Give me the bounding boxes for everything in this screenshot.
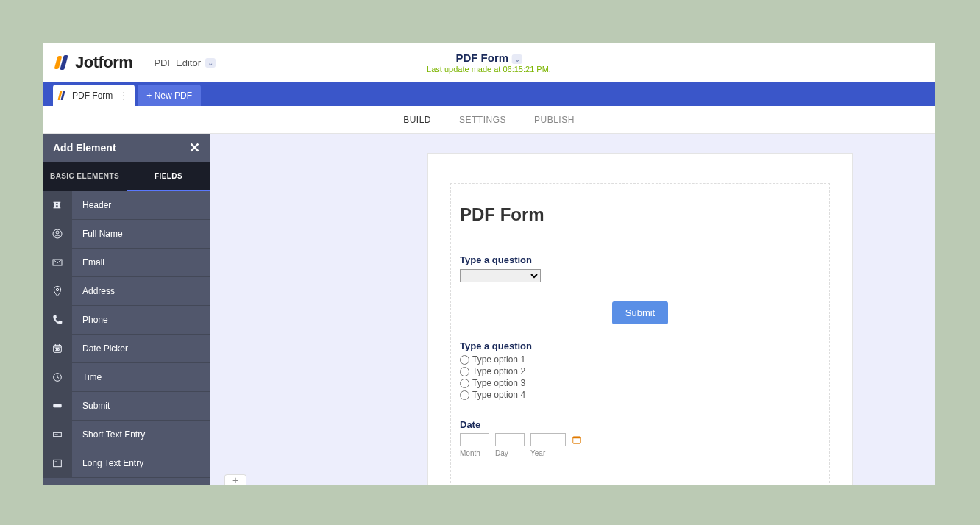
date-year-col: Year xyxy=(530,433,566,457)
chevron-down-icon[interactable]: ⌄ xyxy=(512,54,522,64)
calendar-picker-icon[interactable] xyxy=(572,435,582,445)
close-icon[interactable]: ✕ xyxy=(189,140,200,156)
element-label: Time xyxy=(82,372,102,382)
svg-text:H: H xyxy=(53,200,60,210)
element-email[interactable]: Email xyxy=(43,249,210,277)
svg-text:10: 10 xyxy=(55,348,60,351)
editor-dropdown[interactable]: PDF Editor ⌄ xyxy=(154,57,216,68)
short-text-icon xyxy=(43,421,72,449)
element-datepicker[interactable]: 10 Date Picker xyxy=(43,335,210,363)
subnav-publish[interactable]: PUBLISH xyxy=(534,115,575,125)
question-date-block[interactable]: Date Month Day Year xyxy=(460,419,820,457)
question-label: Type a question xyxy=(460,340,820,351)
element-label: Header xyxy=(82,200,111,210)
element-label: Email xyxy=(82,257,104,268)
tab-pdf-form[interactable]: PDF Form ⋮ xyxy=(53,85,135,106)
app-window: Jotform PDF Editor ⌄ PDF Form ⌄ Last upd… xyxy=(43,43,935,485)
element-time[interactable]: Time xyxy=(43,363,210,392)
radio-label: Type option 4 xyxy=(472,390,525,400)
subnav-settings[interactable]: SETTINGS xyxy=(459,115,506,125)
radio-option[interactable]: Type option 1 xyxy=(460,354,820,365)
element-longtext[interactable]: Long Text Entry xyxy=(43,449,210,478)
radio-label: Type option 2 xyxy=(472,366,525,376)
long-text-icon xyxy=(43,449,72,477)
form-canvas[interactable]: PDF Form Type a question Submit Type a q… xyxy=(427,153,853,485)
logo[interactable]: Jotform xyxy=(56,53,132,72)
new-pdf-label: + New PDF xyxy=(146,90,192,101)
question-dropdown[interactable] xyxy=(460,269,541,282)
svg-rect-8 xyxy=(53,404,61,407)
element-label: Short Text Entry xyxy=(82,429,145,440)
radio-input[interactable] xyxy=(460,355,469,365)
header-icon: H xyxy=(43,191,72,219)
user-icon xyxy=(43,220,72,248)
question-label: Date xyxy=(460,419,820,430)
form-inner: PDF Form Type a question Submit Type a q… xyxy=(450,183,830,485)
radio-input[interactable] xyxy=(460,390,469,400)
svg-rect-12 xyxy=(573,437,581,438)
pin-icon xyxy=(43,277,72,305)
month-input[interactable] xyxy=(460,433,489,446)
submit-button[interactable]: Submit xyxy=(612,301,668,324)
panel-tab-basic[interactable]: BASIC ELEMENTS xyxy=(43,162,127,191)
svg-point-2 xyxy=(56,231,59,234)
topbar: Jotform PDF Editor ⌄ PDF Form ⌄ Last upd… xyxy=(43,43,935,82)
new-pdf-button[interactable]: + New PDF xyxy=(138,85,201,106)
panel-header: Add Element ✕ xyxy=(43,134,210,162)
question-radio-block[interactable]: Type a question Type option 1 Type optio… xyxy=(460,340,820,400)
radio-option[interactable]: Type option 4 xyxy=(460,390,820,400)
svg-rect-10 xyxy=(53,460,61,466)
date-day-col: Day xyxy=(495,433,525,457)
svg-point-4 xyxy=(56,288,58,290)
tab-menu-icon[interactable]: ⋮ xyxy=(118,90,129,101)
day-label: Day xyxy=(495,449,525,457)
panel-tabs: BASIC ELEMENTS FIELDS xyxy=(43,162,210,191)
divider xyxy=(143,54,143,71)
document-title[interactable]: PDF Form xyxy=(455,51,508,64)
subnav: BUILD SETTINGS PUBLISH xyxy=(43,106,935,134)
element-header[interactable]: H Header xyxy=(43,191,210,220)
content-area: Add Element ✕ BASIC ELEMENTS FIELDS H He… xyxy=(43,134,935,485)
document-tabs-bar: PDF Form ⋮ + New PDF xyxy=(43,82,935,106)
tab-label: PDF Form xyxy=(72,90,113,101)
form-title[interactable]: PDF Form xyxy=(460,204,820,254)
submit-icon xyxy=(43,392,72,420)
radio-input[interactable] xyxy=(460,379,469,388)
elements-panel: Add Element ✕ BASIC ELEMENTS FIELDS H He… xyxy=(43,134,210,485)
elements-list: H Header Full Name Email xyxy=(43,191,210,485)
document-title-block: PDF Form ⌄ Last update made at 06:15:21 … xyxy=(427,51,551,74)
email-icon xyxy=(43,249,72,276)
day-input[interactable] xyxy=(495,433,525,446)
element-label: Phone xyxy=(82,315,108,325)
element-label: Submit xyxy=(82,401,110,411)
radio-input[interactable] xyxy=(460,367,469,376)
calendar-icon: 10 xyxy=(43,335,72,362)
element-submit[interactable]: Submit xyxy=(43,392,210,421)
radio-label: Type option 3 xyxy=(472,378,525,388)
radio-option[interactable]: Type option 2 xyxy=(460,366,820,376)
element-shorttext[interactable]: Short Text Entry xyxy=(43,421,210,449)
question-dropdown-block[interactable]: Type a question xyxy=(460,254,820,282)
subnav-build[interactable]: BUILD xyxy=(403,115,431,125)
date-month-col: Month xyxy=(460,433,489,457)
year-label: Year xyxy=(530,449,566,457)
brand-name: Jotform xyxy=(75,53,132,72)
chevron-down-icon: ⌄ xyxy=(205,58,216,68)
panel-tab-fields[interactable]: FIELDS xyxy=(127,162,210,191)
question-label: Type a question xyxy=(460,254,820,265)
element-phone[interactable]: Phone xyxy=(43,306,210,335)
radio-label: Type option 1 xyxy=(472,354,525,365)
add-element-toggle[interactable]: + xyxy=(224,474,246,485)
element-address[interactable]: Address xyxy=(43,277,210,306)
last-update-text: Last update made at 06:15:21 PM. xyxy=(427,65,551,74)
element-label: Address xyxy=(82,286,115,296)
date-inputs: Month Day Year xyxy=(460,433,820,457)
radio-option[interactable]: Type option 3 xyxy=(460,378,820,388)
year-input[interactable] xyxy=(530,433,566,446)
element-fullname[interactable]: Full Name xyxy=(43,220,210,249)
submit-row: Submit xyxy=(460,301,820,324)
element-label: Long Text Entry xyxy=(82,458,143,468)
clock-icon xyxy=(43,363,72,391)
element-label: Full Name xyxy=(82,229,123,239)
month-label: Month xyxy=(460,449,489,457)
